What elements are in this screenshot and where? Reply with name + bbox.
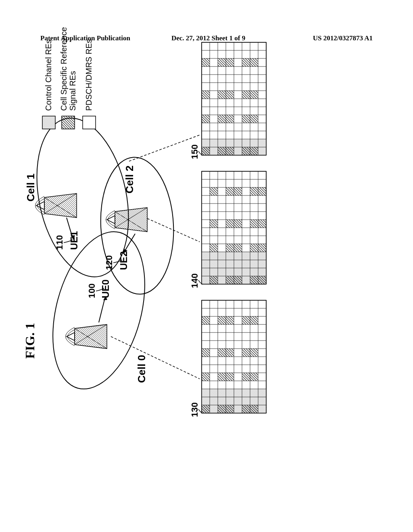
svg-rect-118 bbox=[226, 91, 234, 99]
figure-svg: FIG. 1 Cell 0 Cell 1 Cell 2 UE0 UE1 UE2 … bbox=[0, 20, 379, 443]
svg-rect-35 bbox=[242, 349, 250, 357]
svg-rect-72 bbox=[226, 244, 234, 252]
svg-rect-66 bbox=[258, 276, 266, 284]
svg-rect-114 bbox=[250, 115, 258, 123]
svg-rect-123 bbox=[226, 58, 234, 66]
svg-rect-26 bbox=[202, 373, 210, 381]
legend: Control Chanel REs Cell Specific Referen… bbox=[42, 27, 96, 129]
svg-rect-39 bbox=[218, 316, 226, 324]
svg-rect-36 bbox=[202, 316, 210, 324]
svg-rect-70 bbox=[234, 244, 242, 252]
svg-rect-113 bbox=[226, 115, 234, 123]
svg-rect-82 bbox=[226, 187, 234, 195]
svg-rect-120 bbox=[218, 91, 226, 99]
svg-rect-40 bbox=[242, 316, 250, 324]
svg-rect-65 bbox=[234, 276, 242, 284]
svg-rect-27 bbox=[226, 373, 234, 381]
svg-rect-125 bbox=[218, 58, 226, 66]
svg-rect-37 bbox=[226, 316, 234, 324]
svg-rect-34 bbox=[218, 349, 226, 357]
ref-140: 140 bbox=[190, 273, 200, 288]
svg-rect-24 bbox=[218, 405, 226, 413]
legend-pdsch-swatch bbox=[83, 116, 96, 129]
svg-rect-33 bbox=[250, 349, 258, 357]
svg-rect-21 bbox=[226, 405, 234, 413]
svg-rect-83 bbox=[250, 187, 258, 195]
svg-rect-64 bbox=[210, 276, 218, 284]
figure-diagram: FIG. 1 Cell 0 Cell 1 Cell 2 UE0 UE1 UE2 … bbox=[0, 20, 379, 443]
svg-rect-109 bbox=[250, 147, 258, 155]
ue1-label: UE1 bbox=[69, 231, 79, 250]
svg-rect-71 bbox=[258, 244, 266, 252]
cell2-label: Cell 2 bbox=[123, 166, 136, 193]
svg-rect-22 bbox=[242, 405, 250, 413]
ue0-label: UE0 bbox=[100, 279, 111, 298]
svg-rect-111 bbox=[242, 147, 250, 155]
svg-rect-31 bbox=[202, 349, 210, 357]
svg-rect-29 bbox=[218, 373, 226, 381]
svg-rect-73 bbox=[250, 244, 258, 252]
ref-110: 110 bbox=[54, 235, 65, 250]
svg-rect-121 bbox=[242, 91, 250, 99]
svg-rect-117 bbox=[202, 91, 210, 99]
ref-100: 100 bbox=[87, 283, 97, 298]
svg-rect-68 bbox=[250, 276, 258, 284]
svg-rect-110 bbox=[218, 147, 226, 155]
svg-rect-76 bbox=[258, 220, 266, 228]
ref-150: 150 bbox=[190, 144, 200, 159]
svg-rect-124 bbox=[250, 58, 258, 66]
svg-rect-122 bbox=[202, 58, 210, 66]
ref-120: 120 bbox=[104, 255, 114, 270]
cell1-label: Cell 1 bbox=[25, 174, 37, 202]
svg-rect-77 bbox=[226, 220, 234, 228]
svg-rect-69 bbox=[210, 244, 218, 252]
svg-line-17 bbox=[129, 135, 200, 161]
svg-rect-116 bbox=[242, 115, 250, 123]
svg-rect-74 bbox=[210, 220, 218, 228]
legend-control-label: Control Chanel REs bbox=[44, 39, 53, 111]
svg-rect-81 bbox=[258, 187, 266, 195]
legend-control-swatch bbox=[42, 116, 55, 129]
svg-rect-107 bbox=[202, 147, 210, 155]
svg-rect-115 bbox=[218, 115, 226, 123]
svg-rect-112 bbox=[202, 115, 210, 123]
cell0-label: Cell 0 bbox=[136, 355, 148, 383]
svg-rect-25 bbox=[250, 405, 258, 413]
svg-rect-67 bbox=[226, 276, 234, 284]
basestation-2 bbox=[106, 208, 148, 232]
svg-rect-32 bbox=[226, 349, 234, 357]
svg-rect-126 bbox=[242, 58, 250, 66]
svg-rect-75 bbox=[234, 220, 242, 228]
grid-140 bbox=[202, 171, 266, 284]
legend-crs-swatch bbox=[62, 116, 75, 129]
svg-rect-78 bbox=[250, 220, 258, 228]
grid-150 bbox=[202, 42, 266, 155]
svg-rect-79 bbox=[210, 187, 218, 195]
svg-rect-20 bbox=[202, 405, 210, 413]
svg-rect-38 bbox=[250, 316, 258, 324]
svg-rect-108 bbox=[226, 147, 234, 155]
svg-rect-28 bbox=[250, 373, 258, 381]
grid-130 bbox=[202, 300, 267, 413]
figure-label: FIG. 1 bbox=[23, 323, 37, 359]
legend-crs-label-1: Cell Specific Reference bbox=[59, 27, 68, 111]
svg-line-9 bbox=[99, 298, 105, 322]
svg-rect-80 bbox=[234, 187, 242, 195]
svg-rect-30 bbox=[242, 373, 250, 381]
ref-130: 130 bbox=[190, 402, 200, 417]
svg-rect-119 bbox=[250, 91, 258, 99]
legend-pdsch-label: PDSCH/DMRS REs bbox=[84, 39, 93, 111]
legend-crs-label-2: Signal REs bbox=[68, 71, 77, 111]
ue2-label: UE2 bbox=[118, 251, 129, 270]
basestation-0 bbox=[66, 324, 107, 349]
